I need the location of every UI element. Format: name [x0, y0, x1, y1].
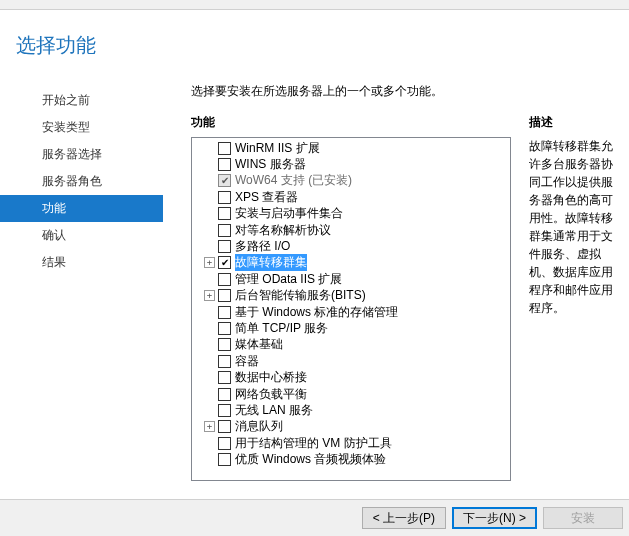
feature-label: 安装与启动事件集合	[235, 205, 343, 222]
nav-item[interactable]: 功能	[0, 195, 163, 222]
feature-checkbox[interactable]	[218, 420, 231, 433]
nav-item-label: 服务器角色	[42, 174, 102, 188]
nav-item-label: 结果	[42, 255, 66, 269]
features-heading: 功能	[191, 114, 511, 131]
feature-label: 优质 Windows 音频视频体验	[235, 451, 386, 468]
feature-label: 故障转移群集	[235, 254, 307, 271]
feature-item[interactable]: 无线 LAN 服务	[194, 402, 508, 418]
install-button[interactable]: 安装	[543, 507, 623, 529]
feature-checkbox[interactable]	[218, 256, 231, 269]
feature-item[interactable]: +消息队列	[194, 419, 508, 435]
nav-item-label: 开始之前	[42, 93, 90, 107]
feature-checkbox[interactable]	[218, 322, 231, 335]
feature-checkbox[interactable]	[218, 388, 231, 401]
feature-item[interactable]: +故障转移群集	[194, 255, 508, 271]
feature-checkbox[interactable]	[218, 191, 231, 204]
feature-checkbox[interactable]	[218, 371, 231, 384]
feature-item[interactable]: WoW64 支持 (已安装)	[194, 173, 508, 189]
page-title: 选择功能	[16, 32, 629, 59]
feature-checkbox[interactable]	[218, 306, 231, 319]
feature-checkbox[interactable]	[218, 158, 231, 171]
nav-item[interactable]: 确认	[0, 222, 163, 249]
feature-label: 简单 TCP/IP 服务	[235, 320, 328, 337]
nav-item[interactable]: 安装类型	[0, 114, 163, 141]
feature-label: WINS 服务器	[235, 156, 306, 173]
feature-checkbox[interactable]	[218, 240, 231, 253]
nav-item[interactable]: 服务器角色	[0, 168, 163, 195]
window-titlebar	[0, 0, 629, 10]
feature-item[interactable]: 容器	[194, 353, 508, 369]
intro-text: 选择要安装在所选服务器上的一个或多个功能。	[191, 83, 621, 100]
feature-checkbox[interactable]	[218, 338, 231, 351]
feature-label: WoW64 支持 (已安装)	[235, 172, 352, 189]
expand-icon[interactable]: +	[204, 290, 215, 301]
feature-item[interactable]: 对等名称解析协议	[194, 222, 508, 238]
feature-label: 数据中心桥接	[235, 369, 307, 386]
feature-item[interactable]: +后台智能传输服务(BITS)	[194, 288, 508, 304]
feature-checkbox[interactable]	[218, 273, 231, 286]
nav-item[interactable]: 开始之前	[0, 87, 163, 114]
feature-item[interactable]: 用于结构管理的 VM 防护工具	[194, 435, 508, 451]
feature-label: 用于结构管理的 VM 防护工具	[235, 435, 392, 452]
description-heading: 描述	[529, 114, 621, 131]
next-button[interactable]: 下一步(N) >	[452, 507, 537, 529]
feature-label: 媒体基础	[235, 336, 283, 353]
feature-label: 无线 LAN 服务	[235, 402, 313, 419]
nav-item-label: 安装类型	[42, 120, 90, 134]
feature-label: WinRM IIS 扩展	[235, 140, 320, 157]
feature-item[interactable]: WinRM IIS 扩展	[194, 140, 508, 156]
feature-item[interactable]: 简单 TCP/IP 服务	[194, 320, 508, 336]
feature-checkbox[interactable]	[218, 404, 231, 417]
feature-item[interactable]: 安装与启动事件集合	[194, 206, 508, 222]
feature-item[interactable]: 数据中心桥接	[194, 369, 508, 385]
feature-item[interactable]: 优质 Windows 音频视频体验	[194, 451, 508, 467]
expand-icon[interactable]: +	[204, 257, 215, 268]
feature-checkbox[interactable]	[218, 453, 231, 466]
feature-label: 基于 Windows 标准的存储管理	[235, 304, 398, 321]
feature-label: 消息队列	[235, 418, 283, 435]
feature-checkbox[interactable]	[218, 142, 231, 155]
wizard-button-bar: < 上一步(P) 下一步(N) > 安装	[0, 499, 629, 536]
feature-checkbox	[218, 174, 231, 187]
nav-item[interactable]: 服务器选择	[0, 141, 163, 168]
nav-item-label: 功能	[42, 201, 66, 215]
feature-item[interactable]: 基于 Windows 标准的存储管理	[194, 304, 508, 320]
feature-item[interactable]: 网络负载平衡	[194, 386, 508, 402]
wizard-nav: 开始之前安装类型服务器选择服务器角色功能确认结果	[0, 83, 163, 481]
feature-item[interactable]: XPS 查看器	[194, 189, 508, 205]
feature-checkbox[interactable]	[218, 289, 231, 302]
nav-item-label: 服务器选择	[42, 147, 102, 161]
feature-label: 管理 OData IIS 扩展	[235, 271, 342, 288]
feature-item[interactable]: 管理 OData IIS 扩展	[194, 271, 508, 287]
feature-checkbox[interactable]	[218, 207, 231, 220]
feature-item[interactable]: 媒体基础	[194, 337, 508, 353]
description-text: 故障转移群集允许多台服务器协同工作以提供服务器角色的高可用性。故障转移群集通常用…	[529, 137, 621, 317]
features-listbox[interactable]: WinRM IIS 扩展WINS 服务器WoW64 支持 (已安装)XPS 查看…	[191, 137, 511, 481]
feature-item[interactable]: WINS 服务器	[194, 156, 508, 172]
nav-item-label: 确认	[42, 228, 66, 242]
feature-label: 对等名称解析协议	[235, 222, 331, 239]
previous-button[interactable]: < 上一步(P)	[362, 507, 446, 529]
nav-item[interactable]: 结果	[0, 249, 163, 276]
feature-label: 多路径 I/O	[235, 238, 290, 255]
feature-item[interactable]: 多路径 I/O	[194, 238, 508, 254]
feature-checkbox[interactable]	[218, 355, 231, 368]
expand-icon[interactable]: +	[204, 421, 215, 432]
feature-checkbox[interactable]	[218, 437, 231, 450]
feature-label: XPS 查看器	[235, 189, 298, 206]
feature-label: 网络负载平衡	[235, 386, 307, 403]
feature-label: 后台智能传输服务(BITS)	[235, 287, 366, 304]
feature-checkbox[interactable]	[218, 224, 231, 237]
feature-label: 容器	[235, 353, 259, 370]
